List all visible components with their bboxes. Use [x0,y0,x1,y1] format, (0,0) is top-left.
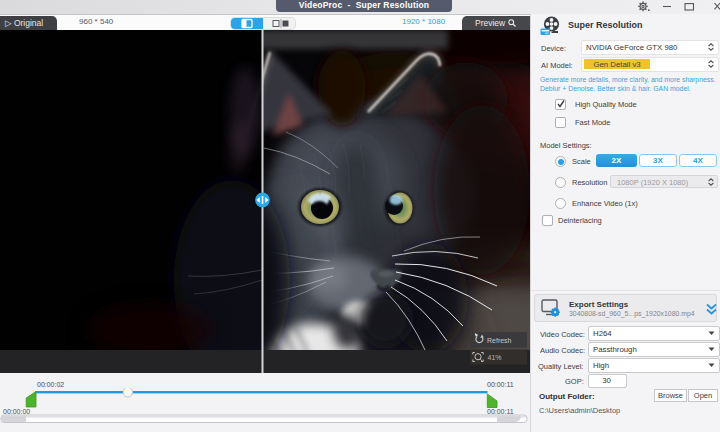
svg-text:Refresh: Refresh [487,337,512,344]
svg-text:41%: 41% [488,354,502,361]
